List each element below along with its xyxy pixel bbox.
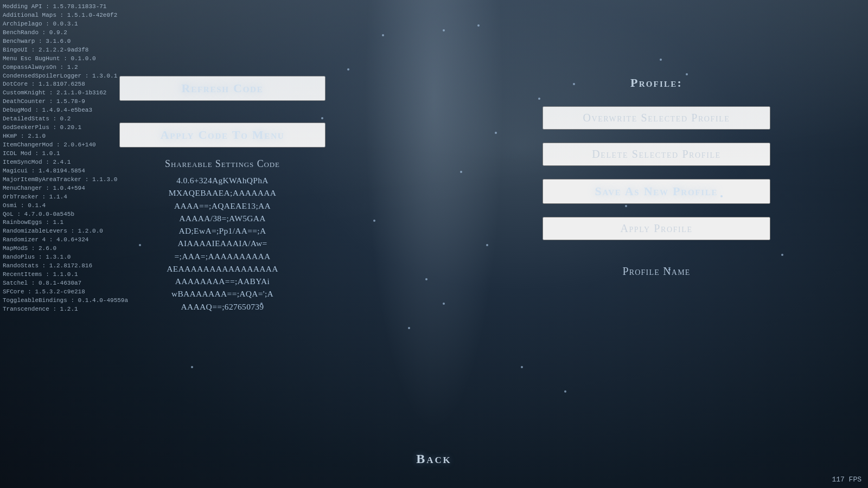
- mod-list-item: MapModS : 2.6.0: [3, 245, 128, 253]
- mod-list-item: RandomizableLevers : 1.2.0.0: [3, 227, 128, 236]
- mod-list-item: Osmi : 0.1.4: [3, 202, 128, 210]
- mod-list-item: Randomizer 4 : 4.0.6+324: [3, 236, 128, 245]
- mod-list-item: BingoUI : 2.1.2.2-9ad3f8: [3, 46, 128, 55]
- mod-list-item: Magicui : 1.4.8194.5854: [3, 167, 128, 176]
- particle: [668, 268, 671, 271]
- particle: [347, 68, 349, 70]
- particle: [321, 117, 323, 119]
- particle: [382, 34, 384, 36]
- mod-list-item: RandoPlus : 1.3.1.0: [3, 253, 128, 262]
- particle: [191, 366, 193, 368]
- particle: [521, 366, 523, 368]
- mod-list-item: RainbowEggs : 1.1: [3, 219, 128, 227]
- particle: [495, 132, 497, 134]
- particle: [477, 24, 480, 27]
- particle: [625, 205, 627, 207]
- mod-list-item: ItemSyncMod : 2.4.1: [3, 158, 128, 167]
- particle: [660, 59, 662, 61]
- mod-list-item: ItemChangerMod : 2.0.6+140: [3, 141, 128, 150]
- particle: [486, 244, 488, 246]
- particle: [139, 244, 141, 246]
- mod-list-item: OrbTracker : 1.1.4: [3, 193, 128, 202]
- mod-list-item: DeathCounter : 1.5.78-9: [3, 98, 128, 106]
- mod-list-item: GodSeekerPlus : 0.20.1: [3, 124, 128, 132]
- mod-list-item: CustomKnight : 2.1.1.0-1b3162: [3, 89, 128, 98]
- particle: [260, 303, 263, 305]
- mod-list-item: Modding API : 1.5.78.11833-71: [3, 3, 128, 11]
- mod-list-item: MenuChanger : 1.0.4+594: [3, 184, 128, 193]
- mod-list-item: DebugMod : 1.4.9.4-e5bea3: [3, 106, 128, 115]
- particle: [686, 73, 688, 75]
- mod-list-item: Transcendence : 1.2.1: [3, 305, 128, 314]
- mod-list-item: SFCore : 1.5.3.2-c9e218: [3, 288, 128, 297]
- mod-list-item: Menu Esc BugHunt : 0.1.0.0: [3, 55, 128, 63]
- mod-list-item: RandoStats : 1.2.8172.816: [3, 262, 128, 271]
- particle: [443, 29, 445, 31]
- mod-list-item: MajorItemByAreaTracker : 1.1.3.0: [3, 176, 128, 184]
- mod-list-item: HKmP : 2.1.0: [3, 132, 128, 141]
- mod-list-item: ICDL Mod : 1.0.1: [3, 150, 128, 158]
- mod-list-item: BenchRando : 0.9.2: [3, 29, 128, 37]
- particle: [373, 220, 375, 222]
- particle: [408, 327, 410, 329]
- mod-list-item: ToggleableBindings : 0.1.4.0-49559a: [3, 297, 128, 305]
- mod-list-item: Benchwarp : 3.1.6.0: [3, 37, 128, 46]
- particle: [425, 278, 427, 280]
- particle: [573, 83, 575, 85]
- mod-list-item: Additional Maps : 1.5.1.0-42e0f2: [3, 11, 128, 20]
- mod-list-item: RecentItems : 1.1.0.1: [3, 271, 128, 279]
- fps-counter: 117 FPS: [832, 476, 861, 484]
- particle-container: [0, 0, 868, 488]
- mod-list: Modding API : 1.5.78.11833-71Additional …: [3, 3, 128, 314]
- mod-list-item: Archipelago : 0.0.3.1: [3, 20, 128, 29]
- particle: [443, 303, 445, 305]
- mod-list-item: CompassAlwaysOn : 1.2: [3, 63, 128, 72]
- particle: [720, 195, 723, 197]
- mod-list-item: DotCore : 1.1.8107.6258: [3, 80, 128, 89]
- mod-list-item: Satchel : 0.8.1-4630a7: [3, 279, 128, 288]
- mod-list-item: DetailedStats : 0.2: [3, 115, 128, 124]
- mod-list-item: CondensedSpoilerLogger : 1.3.0.1: [3, 72, 128, 81]
- particle: [460, 171, 462, 173]
- mod-list-item: QoL : 4.7.0.0-0a545b: [3, 210, 128, 219]
- particle: [538, 98, 540, 100]
- particle: [781, 254, 783, 256]
- particle: [564, 390, 566, 393]
